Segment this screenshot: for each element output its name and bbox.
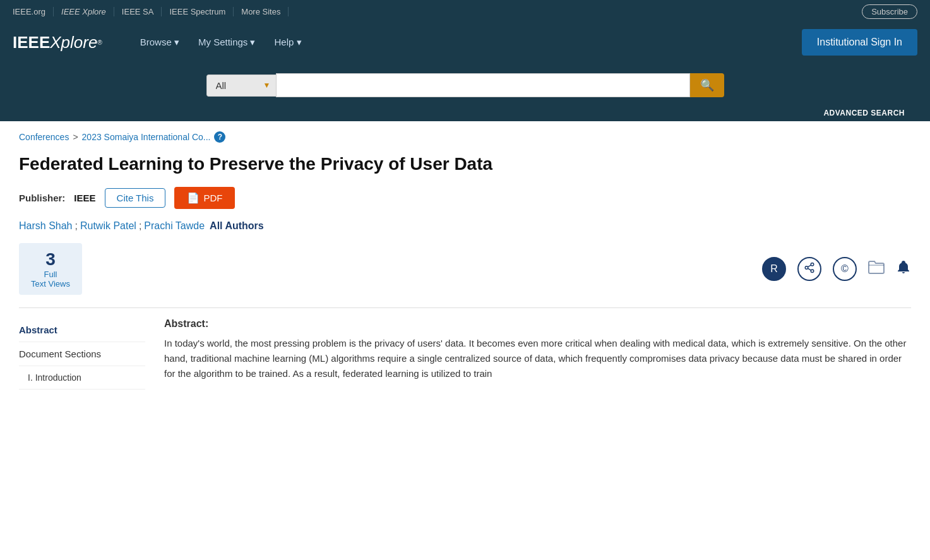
full-text-views-box: 3 Full Text Views: [19, 243, 82, 295]
institutional-sign-in-button[interactable]: Institutional Sign In: [802, 29, 917, 56]
author-0[interactable]: Harsh Shah: [19, 220, 73, 232]
breadcrumb-conference-name[interactable]: 2023 Somaiya International Co...: [82, 132, 211, 142]
left-sidebar: Abstract Document Sections I. Introducti…: [19, 318, 145, 390]
share-symbol: [804, 262, 815, 276]
cite-this-button[interactable]: Cite This: [105, 188, 166, 208]
search-category-wrapper: All ▼: [206, 73, 276, 97]
advanced-search-link[interactable]: ADVANCED SEARCH: [13, 109, 917, 121]
bell-icon[interactable]: [896, 259, 911, 278]
logo-registered: ®: [97, 39, 102, 46]
bottom-section: Abstract Document Sections I. Introducti…: [19, 318, 911, 390]
svg-point-0: [811, 263, 814, 266]
breadcrumb: Conferences > 2023 Somaiya International…: [19, 131, 911, 143]
svg-point-1: [805, 266, 808, 270]
topnav-ieee-org[interactable]: IEEE.org: [13, 7, 54, 16]
author-sep-0: ;: [75, 220, 78, 232]
content-area: Conferences > 2023 Somaiya International…: [0, 121, 930, 400]
publisher-label: Publisher:: [19, 193, 65, 203]
svg-line-3: [808, 269, 811, 271]
copyright-symbol: ©: [841, 263, 849, 275]
topnav-ieee-xplore[interactable]: IEEE Xplore: [54, 7, 114, 16]
full-text-views-label1: Full: [30, 270, 71, 279]
logo-ieee: IEEE: [13, 33, 50, 52]
pdf-label: PDF: [203, 193, 222, 203]
help-icon[interactable]: ?: [214, 131, 225, 143]
abstract-heading: Abstract:: [164, 318, 911, 330]
logo[interactable]: IEEE Xplore®: [13, 33, 102, 52]
references-icon[interactable]: R: [762, 257, 786, 281]
svg-line-4: [808, 265, 811, 267]
breadcrumb-separator: >: [73, 132, 78, 142]
action-icons: R ©: [762, 257, 911, 281]
topnav-ieee-sa[interactable]: IEEE SA: [114, 7, 162, 16]
topnav-more-sites[interactable]: More Sites: [234, 7, 289, 16]
author-1[interactable]: Rutwik Patel: [80, 220, 136, 232]
author-sep-1: ;: [139, 220, 141, 232]
logo-xplore: Xplore: [50, 33, 97, 52]
full-text-views-count: 3: [30, 249, 71, 270]
search-input[interactable]: [276, 73, 690, 97]
top-navigation: IEEE.org IEEE Xplore IEEE SA IEEE Spectr…: [0, 0, 930, 23]
share-icon[interactable]: [797, 257, 821, 281]
main-header: IEEE Xplore® Browse ▾ My Settings ▾ Help…: [0, 23, 930, 121]
pdf-button[interactable]: 📄 PDF: [174, 187, 235, 209]
abstract-text: In today's world, the most pressing prob…: [164, 336, 911, 381]
publisher-row: Publisher: IEEE Cite This 📄 PDF: [19, 187, 911, 209]
publisher-name: IEEE: [74, 193, 95, 203]
search-button[interactable]: 🔍: [690, 73, 724, 97]
author-2[interactable]: Prachi Tawde: [144, 220, 205, 232]
copyright-icon[interactable]: ©: [833, 257, 857, 281]
authors-row: Harsh Shah ; Rutwik Patel ; Prachi Tawde…: [19, 220, 911, 232]
main-nav: Browse ▾ My Settings ▾ Help ▾: [134, 32, 308, 53]
topnav-ieee-spectrum[interactable]: IEEE Spectrum: [162, 7, 234, 16]
nav-help[interactable]: Help ▾: [268, 32, 308, 53]
nav-my-settings[interactable]: My Settings ▾: [192, 32, 262, 53]
metrics-actions-row: 3 Full Text Views R ©: [19, 243, 911, 295]
folder-icon[interactable]: [868, 260, 885, 278]
subscribe-button[interactable]: Subscribe: [862, 4, 917, 19]
sidebar-item-abstract[interactable]: Abstract: [19, 318, 145, 342]
pdf-icon: 📄: [187, 192, 200, 204]
search-icon: 🔍: [700, 79, 714, 92]
sidebar-item-introduction[interactable]: I. Introduction: [19, 366, 145, 390]
svg-point-2: [811, 270, 814, 273]
paper-title: Federated Learning to Preserve the Priva…: [19, 153, 911, 176]
section-divider: [19, 307, 911, 308]
all-authors-button[interactable]: All Authors: [210, 220, 264, 232]
sidebar-item-document-sections[interactable]: Document Sections: [19, 342, 145, 366]
abstract-content: Abstract: In today's world, the most pre…: [164, 318, 911, 390]
full-text-views-label2: Text Views: [30, 279, 71, 289]
search-category-select[interactable]: All: [206, 74, 276, 97]
references-symbol: R: [770, 263, 778, 275]
search-bar: All ▼ 🔍: [13, 67, 917, 109]
nav-browse[interactable]: Browse ▾: [134, 32, 186, 53]
breadcrumb-conferences[interactable]: Conferences: [19, 132, 69, 142]
